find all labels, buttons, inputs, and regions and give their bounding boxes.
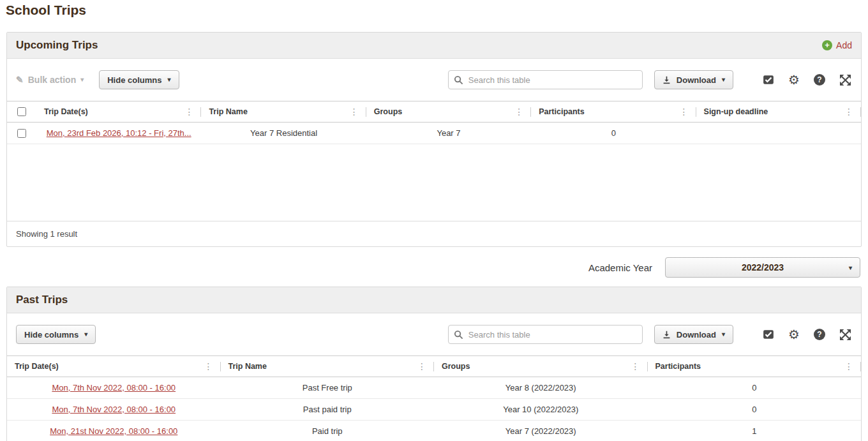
download-label: Download — [677, 75, 716, 85]
participants-cell: 0 — [648, 399, 862, 421]
past-trips-title: Past Trips — [16, 294, 68, 306]
results-count: Showing 1 result — [7, 221, 861, 246]
chevron-down-icon: ▾ — [84, 331, 87, 338]
groups-cell: Year 10 (2022/2023) — [434, 399, 648, 421]
participants-cell: 0 — [531, 123, 696, 144]
chevron-down-icon: ▾ — [80, 77, 84, 83]
expand-icon[interactable] — [838, 73, 852, 87]
trip-name-cell: Past Free trip — [221, 377, 435, 399]
table-row[interactable]: Mon, 7th Nov 2022, 08:00 - 16:00 Past pa… — [7, 399, 861, 421]
empty-table-area — [7, 144, 861, 221]
groups-cell: Year 7 (2022/2023) — [434, 421, 648, 441]
saved-reports-icon[interactable] — [761, 73, 775, 87]
bulk-action-button[interactable]: ✎ Bulk action ▾ — [16, 75, 84, 85]
help-icon[interactable]: ? — [812, 327, 827, 341]
help-icon[interactable]: ? — [812, 73, 827, 87]
trip-date-link[interactable]: Mon, 7th Nov 2022, 08:00 - 16:00 — [52, 383, 176, 392]
column-menu-icon[interactable]: ⋮ — [843, 107, 855, 117]
chevron-down-icon: ▾ — [167, 77, 170, 83]
signup-deadline-cell — [696, 123, 861, 144]
academic-year-value: 2022/2023 — [742, 262, 784, 273]
trip-name-cell: Paid trip — [221, 421, 435, 441]
page-title: School Trips — [6, 1, 868, 19]
search-input[interactable] — [448, 70, 643, 89]
past-trips-panel-header: Past Trips — [7, 287, 861, 313]
column-divider — [433, 362, 434, 371]
hide-columns-label: Hide columns — [107, 75, 161, 85]
participants-cell: 0 — [648, 377, 862, 399]
hide-columns-label: Hide columns — [24, 330, 79, 340]
expand-icon[interactable] — [838, 327, 852, 341]
settings-gear-icon[interactable]: ⚙ — [787, 327, 801, 341]
column-menu-icon[interactable]: ⋮ — [630, 361, 641, 371]
column-menu-icon[interactable]: ⋮ — [183, 107, 195, 117]
bulk-action-label: Bulk action — [28, 75, 76, 85]
upcoming-trips-panel-header: Upcoming Trips + Add — [7, 33, 861, 59]
table-row[interactable]: Mon, 21st Nov 2022, 08:00 - 16:00 Paid t… — [7, 421, 861, 441]
download-button[interactable]: Download ▾ — [654, 70, 733, 89]
download-icon — [662, 331, 671, 339]
chevron-down-icon: ▾ — [722, 77, 725, 83]
column-divider — [530, 107, 531, 117]
chevron-down-icon: ▾ — [849, 265, 852, 271]
settings-gear-icon[interactable]: ⚙ — [787, 73, 801, 87]
trip-date-link[interactable]: Mon, 7th Nov 2022, 08:00 - 16:00 — [52, 405, 176, 414]
academic-year-label: Academic Year — [588, 262, 652, 273]
groups-cell: Year 7 — [366, 123, 531, 144]
groups-cell: Year 8 (2022/2023) — [434, 377, 648, 399]
past-toolbar-right: Download ▾ ⚙ ? — [448, 325, 852, 344]
add-trip-button[interactable]: + Add — [822, 40, 852, 50]
trip-date-link[interactable]: Mon, 23rd Feb 2026, 10:12 - Fri, 27th... — [47, 128, 191, 138]
academic-year-row: Academic Year 2022/2023 ▾ — [0, 257, 860, 278]
row-checkbox[interactable] — [17, 129, 26, 138]
table-row[interactable]: Mon, 23rd Feb 2026, 10:12 - Fri, 27th...… — [7, 123, 861, 144]
column-header-participants: Participants — [539, 107, 585, 116]
past-header-row: Trip Date(s) ⋮ Trip Name ⋮ Groups ⋮ Part… — [7, 356, 861, 377]
search-icon — [454, 75, 463, 85]
column-header-signup-deadline: Sign-up deadline — [704, 107, 768, 116]
column-menu-icon[interactable]: ⋮ — [513, 107, 525, 117]
column-divider — [366, 107, 366, 117]
pencil-icon: ✎ — [16, 75, 24, 85]
past-trips-table: Trip Date(s) ⋮ Trip Name ⋮ Groups ⋮ Part… — [7, 355, 861, 441]
column-header-participants: Participants — [655, 362, 701, 371]
column-header-trip-dates: Trip Date(s) — [44, 107, 88, 116]
hide-columns-button[interactable]: Hide columns ▾ — [16, 325, 96, 344]
column-header-trip-dates: Trip Date(s) — [15, 362, 59, 371]
table-row[interactable]: Mon, 7th Nov 2022, 08:00 - 16:00 Past Fr… — [7, 377, 861, 399]
search-icon — [454, 330, 463, 340]
select-all-checkbox[interactable] — [17, 107, 26, 116]
participants-cell: 1 — [648, 421, 862, 441]
past-toolbar: Hide columns ▾ Download ▾ — [7, 313, 861, 355]
column-header-groups: Groups — [442, 362, 470, 371]
column-divider — [860, 362, 861, 371]
search-box — [448, 325, 643, 344]
upcoming-trips-title: Upcoming Trips — [16, 39, 98, 52]
hide-columns-button[interactable]: Hide columns ▾ — [99, 70, 179, 89]
trip-date-link[interactable]: Mon, 21st Nov 2022, 08:00 - 16:00 — [50, 426, 177, 436]
download-button[interactable]: Download ▾ — [654, 325, 733, 344]
upcoming-toolbar-right: Download ▾ ⚙ ? — [448, 70, 852, 89]
column-menu-icon[interactable]: ⋮ — [416, 361, 428, 371]
academic-year-select[interactable]: 2022/2023 ▾ — [665, 257, 860, 278]
column-divider — [860, 107, 861, 117]
column-divider — [220, 362, 221, 371]
trip-name-cell: Past paid trip — [221, 399, 435, 421]
chevron-down-icon: ▾ — [722, 331, 725, 338]
download-icon — [662, 76, 671, 84]
upcoming-toolbar: ✎ Bulk action ▾ Hide columns ▾ Download … — [7, 59, 861, 101]
column-menu-icon[interactable]: ⋮ — [348, 107, 360, 117]
column-divider — [647, 362, 648, 371]
column-divider — [696, 107, 696, 117]
upcoming-trips-panel: Upcoming Trips + Add ✎ Bulk action ▾ Hid… — [6, 32, 862, 247]
column-menu-icon[interactable]: ⋮ — [203, 361, 214, 371]
column-menu-icon[interactable]: ⋮ — [843, 361, 855, 371]
saved-reports-icon[interactable] — [761, 327, 775, 341]
column-header-trip-name: Trip Name — [209, 107, 247, 116]
column-divider — [200, 107, 201, 117]
add-plus-icon: + — [822, 40, 832, 50]
download-label: Download — [677, 330, 716, 340]
column-menu-icon[interactable]: ⋮ — [678, 107, 690, 117]
search-input[interactable] — [448, 325, 643, 344]
column-header-trip-name: Trip Name — [228, 362, 267, 371]
